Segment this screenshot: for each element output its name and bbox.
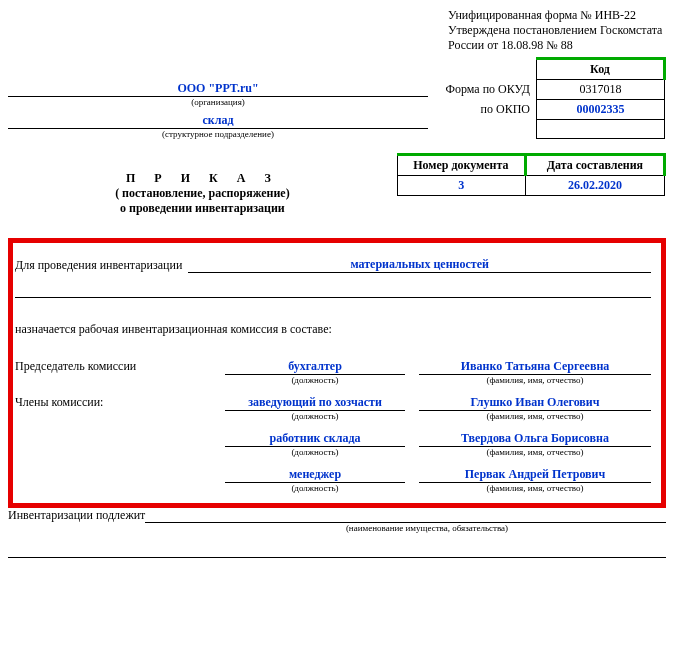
subdivision: склад [202, 113, 233, 127]
member-name-1: Глушко Иван Олегович [470, 395, 599, 409]
subdivision-hint: (структурное подразделение) [8, 129, 428, 139]
okpo-value: 00002335 [537, 100, 665, 120]
pos-hint-2: (должность) [225, 447, 405, 457]
footer-label: Инвентаризации подлежит [8, 508, 145, 523]
chairman-position: бухгалтер [288, 359, 342, 373]
header-note-line1: Унифицированная форма № ИНВ-22 [448, 8, 666, 23]
name-hint-1: (фамилия, имя, отчество) [419, 411, 651, 421]
okud-label: Форма по ОКУД [438, 80, 537, 100]
okpo-label: по ОКПО [438, 100, 537, 120]
pos-hint-3: (должность) [225, 483, 405, 493]
doc-title-block: П Р И К А З ( постановление, распоряжени… [8, 153, 397, 216]
codes-table: Код Форма по ОКУД 0317018 по ОКПО 000023… [438, 57, 666, 139]
doc-title-sub2: о проведении инвентаризации [8, 201, 397, 216]
member-position-1: заведующий по хозчасти [248, 395, 382, 409]
member-position-2: работник склада [269, 431, 360, 445]
commission-block: Для проведения инвентаризации материальн… [8, 238, 666, 508]
name-hint-0: (фамилия, имя, отчество) [419, 375, 651, 385]
docnum-value: 3 [397, 176, 525, 196]
intro-label: Для проведения инвентаризации [15, 258, 182, 273]
member-position-3: менеджер [289, 467, 341, 481]
docnum-table: Номер документа Дата составления 3 26.02… [397, 153, 666, 196]
docdate-header: Дата составления [525, 155, 664, 176]
appoint-text: назначается рабочая инвентаризационная к… [15, 322, 651, 337]
name-hint-3: (фамилия, имя, отчество) [419, 483, 651, 493]
pos-hint-0: (должность) [225, 375, 405, 385]
okud-value: 0317018 [537, 80, 665, 100]
docnum-header: Номер документа [397, 155, 525, 176]
doc-title-sub1: ( постановление, распоряжение) [8, 186, 397, 201]
member-name-3: Первак Андрей Петрович [465, 467, 606, 481]
form-header-note: Унифицированная форма № ИНВ-22 Утвержден… [448, 8, 666, 53]
codes-header: Код [537, 59, 665, 80]
pos-hint-1: (должность) [225, 411, 405, 421]
org-name-hint: (организация) [8, 97, 428, 107]
member-name-2: Твердова Ольга Борисовна [461, 431, 609, 445]
doc-title-main: П Р И К А З [8, 171, 397, 186]
chairman-label: Председатель комиссии [15, 359, 225, 385]
header-note-line3: России от 18.08.98 № 88 [448, 38, 666, 53]
header-note-line2: Утверждена постановлением Госкомстата [448, 23, 666, 38]
intro-value: материальных ценностей [350, 257, 489, 271]
chairman-name: Иванко Татьяна Сергеевна [461, 359, 610, 373]
footer-hint: (наименование имущества, обязательства) [188, 523, 666, 533]
org-name: ООО "PPT.ru" [177, 81, 258, 95]
docdate-value: 26.02.2020 [525, 176, 664, 196]
members-label: Члены комиссии: [15, 395, 225, 421]
name-hint-2: (фамилия, имя, отчество) [419, 447, 651, 457]
